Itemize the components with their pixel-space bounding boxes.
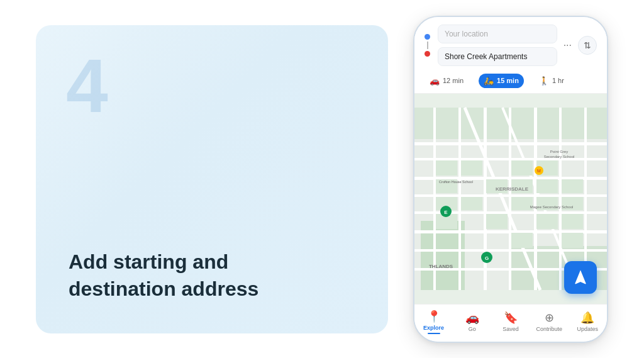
contribute-icon: ⊕ <box>545 311 554 325</box>
car-icon: 🚗 <box>430 76 440 86</box>
svg-rect-36 <box>486 214 508 229</box>
svg-text:Magee Secondary School: Magee Secondary School <box>530 205 574 209</box>
moto-duration: 15 min <box>497 77 519 84</box>
transport-walk[interactable]: 🚶 1 hr <box>534 74 569 88</box>
go-label: Go <box>469 326 476 332</box>
svg-text:G: G <box>485 255 489 261</box>
nav-item-saved[interactable]: 🔖 Saved <box>496 311 526 332</box>
nav-item-contribute[interactable]: ⊕ Contribute <box>534 311 564 332</box>
go-icon: 🚗 <box>465 311 479 325</box>
map-area[interactable]: KERRISDALE Point Grey Secondary School M… <box>414 94 607 304</box>
svg-text:Secondary School: Secondary School <box>544 155 575 159</box>
swap-button[interactable]: ⇅ <box>578 36 597 55</box>
step-number: 4 <box>66 48 108 123</box>
step-title: Add starting and destination address <box>69 249 333 303</box>
phone-mockup: Your location Shore Creek Apartments ···… <box>413 16 608 343</box>
updates-icon: 🔔 <box>580 311 594 325</box>
nav-item-explore[interactable]: 📍 Explore <box>419 310 449 334</box>
saved-label: Saved <box>502 326 519 332</box>
svg-text:KERRISDALE: KERRISDALE <box>496 186 529 192</box>
destination-input[interactable]: Shore Creek Apartments <box>438 47 557 66</box>
svg-text:Point Grey: Point Grey <box>550 150 568 154</box>
moto-icon: 🛵 <box>484 76 494 86</box>
svg-rect-22 <box>461 160 482 176</box>
svg-rect-31 <box>461 197 482 210</box>
walk-icon: 🚶 <box>539 76 549 86</box>
nav-item-updates[interactable]: 🔔 Updates <box>572 311 602 332</box>
location-search-bar: Your location Shore Creek Apartments ···… <box>414 17 607 71</box>
saved-icon: 🔖 <box>504 311 518 325</box>
svg-rect-23 <box>511 160 533 176</box>
location-dots <box>425 34 430 57</box>
contribute-label: Contribute <box>536 326 562 332</box>
updates-label: Updates <box>577 326 599 332</box>
navigation-fab[interactable] <box>564 261 597 294</box>
route-line <box>427 42 428 49</box>
svg-rect-12 <box>433 108 436 290</box>
transport-modes-bar: 🚗 12 min 🛵 15 min 🚶 1 hr <box>414 71 607 94</box>
svg-rect-38 <box>562 214 583 229</box>
svg-text:E: E <box>444 210 448 215</box>
explore-icon: 📍 <box>427 310 441 323</box>
svg-rect-13 <box>458 108 461 290</box>
svg-rect-28 <box>536 179 558 193</box>
svg-rect-15 <box>509 108 511 290</box>
more-button[interactable]: ··· <box>562 40 573 51</box>
svg-rect-40 <box>562 233 583 248</box>
phone-frame: Your location Shore Creek Apartments ···… <box>413 16 608 343</box>
step-card: 4 Add starting and destination address <box>36 25 388 333</box>
svg-rect-37 <box>536 214 558 229</box>
transport-moto[interactable]: 🛵 15 min <box>479 74 524 88</box>
svg-rect-21 <box>436 160 457 176</box>
active-indicator <box>428 333 440 334</box>
navigate-icon <box>572 269 589 286</box>
svg-rect-29 <box>562 179 583 193</box>
bottom-navigation: 📍 Explore 🚗 Go 🔖 Saved ⊕ Contribute 🔔 Up… <box>414 304 607 342</box>
walk-duration: 1 hr <box>552 77 564 84</box>
svg-rect-39 <box>511 233 533 248</box>
car-duration: 12 min <box>443 77 464 84</box>
transport-car[interactable]: 🚗 12 min <box>425 74 469 88</box>
svg-text:Crofton House School: Crofton House School <box>439 180 473 184</box>
location-inputs: Your location Shore Creek Apartments <box>438 25 557 66</box>
explore-label: Explore <box>423 325 444 331</box>
svg-text:THLANDS: THLANDS <box>429 264 453 269</box>
svg-rect-17 <box>559 108 562 290</box>
origin-dot <box>425 34 430 40</box>
origin-input[interactable]: Your location <box>438 25 557 43</box>
nav-item-go[interactable]: 🚗 Go <box>457 311 487 332</box>
destination-dot <box>425 51 430 57</box>
svg-text:M: M <box>537 169 541 173</box>
